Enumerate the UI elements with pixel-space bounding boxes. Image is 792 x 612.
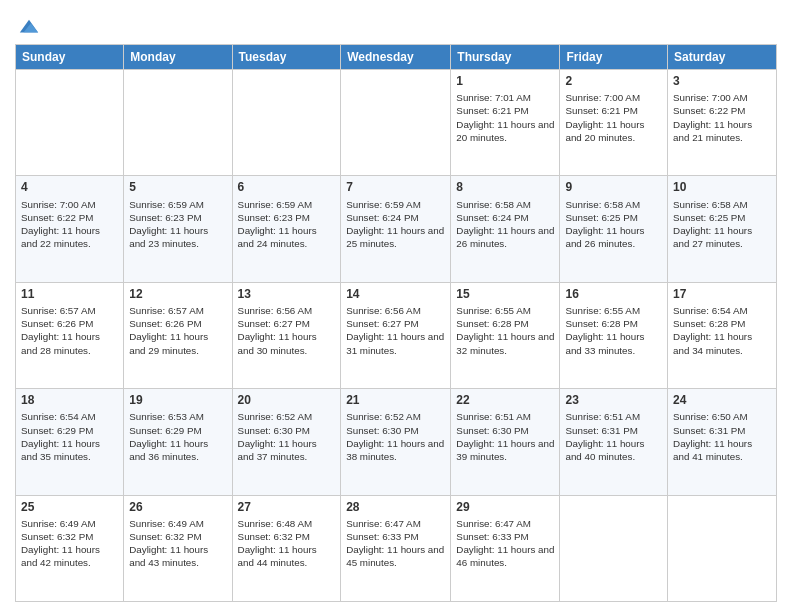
day-cell: 9Sunrise: 6:58 AM Sunset: 6:25 PM Daylig…	[560, 176, 668, 282]
day-number: 5	[129, 179, 226, 195]
day-cell: 12Sunrise: 6:57 AM Sunset: 6:26 PM Dayli…	[124, 282, 232, 388]
day-info: Sunrise: 6:57 AM Sunset: 6:26 PM Dayligh…	[21, 304, 118, 357]
col-header-friday: Friday	[560, 45, 668, 70]
day-cell: 20Sunrise: 6:52 AM Sunset: 6:30 PM Dayli…	[232, 389, 341, 495]
day-number: 9	[565, 179, 662, 195]
day-number: 29	[456, 499, 554, 515]
week-row-1: 1Sunrise: 7:01 AM Sunset: 6:21 PM Daylig…	[16, 70, 777, 176]
day-info: Sunrise: 6:49 AM Sunset: 6:32 PM Dayligh…	[129, 517, 226, 570]
day-number: 18	[21, 392, 118, 408]
day-info: Sunrise: 6:49 AM Sunset: 6:32 PM Dayligh…	[21, 517, 118, 570]
logo-icon	[18, 16, 40, 38]
calendar-header-row: SundayMondayTuesdayWednesdayThursdayFrid…	[16, 45, 777, 70]
day-number: 8	[456, 179, 554, 195]
logo	[15, 14, 40, 38]
day-info: Sunrise: 6:48 AM Sunset: 6:32 PM Dayligh…	[238, 517, 336, 570]
day-cell: 22Sunrise: 6:51 AM Sunset: 6:30 PM Dayli…	[451, 389, 560, 495]
day-cell	[668, 495, 777, 601]
day-info: Sunrise: 7:01 AM Sunset: 6:21 PM Dayligh…	[456, 91, 554, 144]
week-row-2: 4Sunrise: 7:00 AM Sunset: 6:22 PM Daylig…	[16, 176, 777, 282]
day-info: Sunrise: 6:51 AM Sunset: 6:31 PM Dayligh…	[565, 410, 662, 463]
day-cell: 29Sunrise: 6:47 AM Sunset: 6:33 PM Dayli…	[451, 495, 560, 601]
day-number: 16	[565, 286, 662, 302]
day-number: 11	[21, 286, 118, 302]
day-number: 6	[238, 179, 336, 195]
day-cell: 8Sunrise: 6:58 AM Sunset: 6:24 PM Daylig…	[451, 176, 560, 282]
col-header-tuesday: Tuesday	[232, 45, 341, 70]
day-number: 13	[238, 286, 336, 302]
day-cell: 1Sunrise: 7:01 AM Sunset: 6:21 PM Daylig…	[451, 70, 560, 176]
col-header-thursday: Thursday	[451, 45, 560, 70]
day-cell: 7Sunrise: 6:59 AM Sunset: 6:24 PM Daylig…	[341, 176, 451, 282]
day-number: 10	[673, 179, 771, 195]
day-cell: 14Sunrise: 6:56 AM Sunset: 6:27 PM Dayli…	[341, 282, 451, 388]
calendar-table: SundayMondayTuesdayWednesdayThursdayFrid…	[15, 44, 777, 602]
day-number: 27	[238, 499, 336, 515]
day-info: Sunrise: 6:56 AM Sunset: 6:27 PM Dayligh…	[238, 304, 336, 357]
day-cell: 28Sunrise: 6:47 AM Sunset: 6:33 PM Dayli…	[341, 495, 451, 601]
day-cell	[560, 495, 668, 601]
day-cell	[16, 70, 124, 176]
week-row-3: 11Sunrise: 6:57 AM Sunset: 6:26 PM Dayli…	[16, 282, 777, 388]
day-cell: 3Sunrise: 7:00 AM Sunset: 6:22 PM Daylig…	[668, 70, 777, 176]
day-cell: 4Sunrise: 7:00 AM Sunset: 6:22 PM Daylig…	[16, 176, 124, 282]
day-cell: 19Sunrise: 6:53 AM Sunset: 6:29 PM Dayli…	[124, 389, 232, 495]
day-cell: 15Sunrise: 6:55 AM Sunset: 6:28 PM Dayli…	[451, 282, 560, 388]
day-cell: 26Sunrise: 6:49 AM Sunset: 6:32 PM Dayli…	[124, 495, 232, 601]
day-cell: 13Sunrise: 6:56 AM Sunset: 6:27 PM Dayli…	[232, 282, 341, 388]
day-number: 21	[346, 392, 445, 408]
day-number: 23	[565, 392, 662, 408]
day-number: 19	[129, 392, 226, 408]
day-info: Sunrise: 6:58 AM Sunset: 6:25 PM Dayligh…	[673, 198, 771, 251]
day-info: Sunrise: 6:56 AM Sunset: 6:27 PM Dayligh…	[346, 304, 445, 357]
day-info: Sunrise: 6:47 AM Sunset: 6:33 PM Dayligh…	[456, 517, 554, 570]
day-cell: 25Sunrise: 6:49 AM Sunset: 6:32 PM Dayli…	[16, 495, 124, 601]
day-number: 3	[673, 73, 771, 89]
day-cell: 10Sunrise: 6:58 AM Sunset: 6:25 PM Dayli…	[668, 176, 777, 282]
col-header-wednesday: Wednesday	[341, 45, 451, 70]
day-info: Sunrise: 6:58 AM Sunset: 6:25 PM Dayligh…	[565, 198, 662, 251]
day-number: 25	[21, 499, 118, 515]
day-cell: 2Sunrise: 7:00 AM Sunset: 6:21 PM Daylig…	[560, 70, 668, 176]
day-cell	[124, 70, 232, 176]
day-number: 24	[673, 392, 771, 408]
header	[15, 10, 777, 38]
day-info: Sunrise: 6:47 AM Sunset: 6:33 PM Dayligh…	[346, 517, 445, 570]
day-info: Sunrise: 6:50 AM Sunset: 6:31 PM Dayligh…	[673, 410, 771, 463]
day-number: 26	[129, 499, 226, 515]
day-cell	[232, 70, 341, 176]
day-number: 4	[21, 179, 118, 195]
day-cell: 5Sunrise: 6:59 AM Sunset: 6:23 PM Daylig…	[124, 176, 232, 282]
day-cell: 16Sunrise: 6:55 AM Sunset: 6:28 PM Dayli…	[560, 282, 668, 388]
day-info: Sunrise: 6:52 AM Sunset: 6:30 PM Dayligh…	[346, 410, 445, 463]
page: SundayMondayTuesdayWednesdayThursdayFrid…	[0, 0, 792, 612]
day-cell	[341, 70, 451, 176]
col-header-monday: Monday	[124, 45, 232, 70]
day-number: 17	[673, 286, 771, 302]
day-cell: 24Sunrise: 6:50 AM Sunset: 6:31 PM Dayli…	[668, 389, 777, 495]
week-row-5: 25Sunrise: 6:49 AM Sunset: 6:32 PM Dayli…	[16, 495, 777, 601]
day-info: Sunrise: 6:54 AM Sunset: 6:28 PM Dayligh…	[673, 304, 771, 357]
day-info: Sunrise: 7:00 AM Sunset: 6:22 PM Dayligh…	[21, 198, 118, 251]
day-number: 22	[456, 392, 554, 408]
day-number: 14	[346, 286, 445, 302]
day-number: 15	[456, 286, 554, 302]
day-number: 20	[238, 392, 336, 408]
day-info: Sunrise: 7:00 AM Sunset: 6:22 PM Dayligh…	[673, 91, 771, 144]
day-info: Sunrise: 6:55 AM Sunset: 6:28 PM Dayligh…	[456, 304, 554, 357]
day-info: Sunrise: 6:53 AM Sunset: 6:29 PM Dayligh…	[129, 410, 226, 463]
day-number: 7	[346, 179, 445, 195]
day-number: 1	[456, 73, 554, 89]
week-row-4: 18Sunrise: 6:54 AM Sunset: 6:29 PM Dayli…	[16, 389, 777, 495]
day-cell: 23Sunrise: 6:51 AM Sunset: 6:31 PM Dayli…	[560, 389, 668, 495]
day-info: Sunrise: 6:59 AM Sunset: 6:23 PM Dayligh…	[129, 198, 226, 251]
day-number: 12	[129, 286, 226, 302]
day-info: Sunrise: 6:55 AM Sunset: 6:28 PM Dayligh…	[565, 304, 662, 357]
day-info: Sunrise: 6:59 AM Sunset: 6:24 PM Dayligh…	[346, 198, 445, 251]
day-cell: 18Sunrise: 6:54 AM Sunset: 6:29 PM Dayli…	[16, 389, 124, 495]
day-cell: 21Sunrise: 6:52 AM Sunset: 6:30 PM Dayli…	[341, 389, 451, 495]
day-cell: 6Sunrise: 6:59 AM Sunset: 6:23 PM Daylig…	[232, 176, 341, 282]
col-header-sunday: Sunday	[16, 45, 124, 70]
day-cell: 17Sunrise: 6:54 AM Sunset: 6:28 PM Dayli…	[668, 282, 777, 388]
day-cell: 27Sunrise: 6:48 AM Sunset: 6:32 PM Dayli…	[232, 495, 341, 601]
